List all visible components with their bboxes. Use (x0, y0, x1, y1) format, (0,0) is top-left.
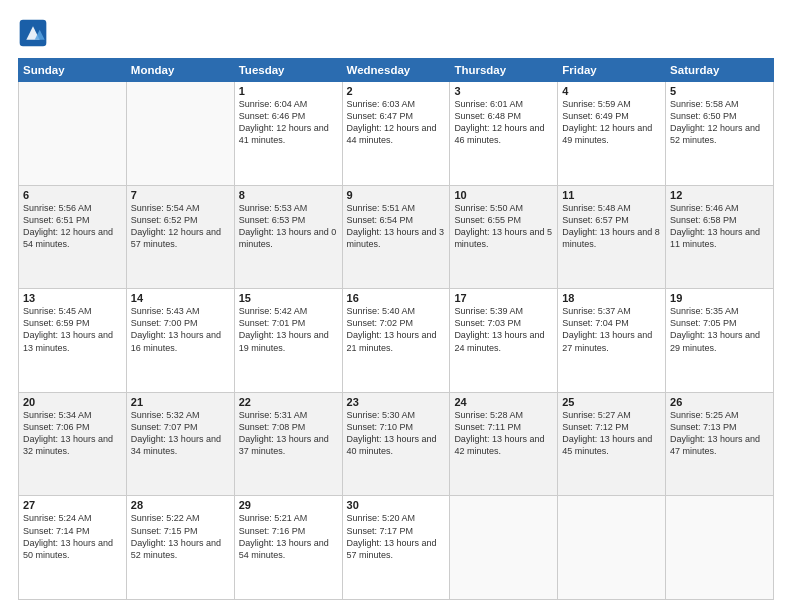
day-info: Sunrise: 5:51 AM Sunset: 6:54 PM Dayligh… (347, 202, 446, 251)
weekday-header-sunday: Sunday (19, 59, 127, 82)
calendar-cell: 25Sunrise: 5:27 AM Sunset: 7:12 PM Dayli… (558, 392, 666, 496)
day-number: 28 (131, 499, 230, 511)
logo-icon (18, 18, 48, 48)
day-info: Sunrise: 5:37 AM Sunset: 7:04 PM Dayligh… (562, 305, 661, 354)
calendar-cell (126, 82, 234, 186)
calendar-cell: 17Sunrise: 5:39 AM Sunset: 7:03 PM Dayli… (450, 289, 558, 393)
day-number: 3 (454, 85, 553, 97)
weekday-header-wednesday: Wednesday (342, 59, 450, 82)
day-info: Sunrise: 5:53 AM Sunset: 6:53 PM Dayligh… (239, 202, 338, 251)
weekday-header-thursday: Thursday (450, 59, 558, 82)
day-info: Sunrise: 5:46 AM Sunset: 6:58 PM Dayligh… (670, 202, 769, 251)
calendar-cell: 9Sunrise: 5:51 AM Sunset: 6:54 PM Daylig… (342, 185, 450, 289)
day-info: Sunrise: 6:04 AM Sunset: 6:46 PM Dayligh… (239, 98, 338, 147)
weekday-header-row: SundayMondayTuesdayWednesdayThursdayFrid… (19, 59, 774, 82)
day-number: 23 (347, 396, 446, 408)
day-info: Sunrise: 5:43 AM Sunset: 7:00 PM Dayligh… (131, 305, 230, 354)
calendar-cell: 19Sunrise: 5:35 AM Sunset: 7:05 PM Dayli… (666, 289, 774, 393)
day-number: 1 (239, 85, 338, 97)
day-info: Sunrise: 5:59 AM Sunset: 6:49 PM Dayligh… (562, 98, 661, 147)
day-info: Sunrise: 5:31 AM Sunset: 7:08 PM Dayligh… (239, 409, 338, 458)
day-number: 26 (670, 396, 769, 408)
page: SundayMondayTuesdayWednesdayThursdayFrid… (0, 0, 792, 612)
day-info: Sunrise: 6:03 AM Sunset: 6:47 PM Dayligh… (347, 98, 446, 147)
calendar-cell: 21Sunrise: 5:32 AM Sunset: 7:07 PM Dayli… (126, 392, 234, 496)
day-info: Sunrise: 5:48 AM Sunset: 6:57 PM Dayligh… (562, 202, 661, 251)
day-info: Sunrise: 5:50 AM Sunset: 6:55 PM Dayligh… (454, 202, 553, 251)
day-number: 5 (670, 85, 769, 97)
week-row-3: 13Sunrise: 5:45 AM Sunset: 6:59 PM Dayli… (19, 289, 774, 393)
day-number: 25 (562, 396, 661, 408)
calendar-cell: 23Sunrise: 5:30 AM Sunset: 7:10 PM Dayli… (342, 392, 450, 496)
weekday-header-friday: Friday (558, 59, 666, 82)
week-row-4: 20Sunrise: 5:34 AM Sunset: 7:06 PM Dayli… (19, 392, 774, 496)
day-info: Sunrise: 5:30 AM Sunset: 7:10 PM Dayligh… (347, 409, 446, 458)
day-info: Sunrise: 5:20 AM Sunset: 7:17 PM Dayligh… (347, 512, 446, 561)
calendar-cell: 4Sunrise: 5:59 AM Sunset: 6:49 PM Daylig… (558, 82, 666, 186)
day-number: 10 (454, 189, 553, 201)
calendar-cell: 3Sunrise: 6:01 AM Sunset: 6:48 PM Daylig… (450, 82, 558, 186)
calendar-cell: 27Sunrise: 5:24 AM Sunset: 7:14 PM Dayli… (19, 496, 127, 600)
calendar-table: SundayMondayTuesdayWednesdayThursdayFrid… (18, 58, 774, 600)
day-number: 20 (23, 396, 122, 408)
day-info: Sunrise: 5:39 AM Sunset: 7:03 PM Dayligh… (454, 305, 553, 354)
calendar-cell: 30Sunrise: 5:20 AM Sunset: 7:17 PM Dayli… (342, 496, 450, 600)
weekday-header-tuesday: Tuesday (234, 59, 342, 82)
day-number: 29 (239, 499, 338, 511)
day-number: 21 (131, 396, 230, 408)
calendar-cell (666, 496, 774, 600)
calendar-cell: 11Sunrise: 5:48 AM Sunset: 6:57 PM Dayli… (558, 185, 666, 289)
calendar-cell (558, 496, 666, 600)
calendar-cell: 12Sunrise: 5:46 AM Sunset: 6:58 PM Dayli… (666, 185, 774, 289)
day-info: Sunrise: 6:01 AM Sunset: 6:48 PM Dayligh… (454, 98, 553, 147)
day-info: Sunrise: 5:28 AM Sunset: 7:11 PM Dayligh… (454, 409, 553, 458)
day-number: 17 (454, 292, 553, 304)
day-number: 2 (347, 85, 446, 97)
day-info: Sunrise: 5:27 AM Sunset: 7:12 PM Dayligh… (562, 409, 661, 458)
calendar-cell: 20Sunrise: 5:34 AM Sunset: 7:06 PM Dayli… (19, 392, 127, 496)
day-number: 9 (347, 189, 446, 201)
calendar-cell: 26Sunrise: 5:25 AM Sunset: 7:13 PM Dayli… (666, 392, 774, 496)
day-number: 7 (131, 189, 230, 201)
calendar-cell: 28Sunrise: 5:22 AM Sunset: 7:15 PM Dayli… (126, 496, 234, 600)
calendar-cell: 22Sunrise: 5:31 AM Sunset: 7:08 PM Dayli… (234, 392, 342, 496)
calendar-cell: 14Sunrise: 5:43 AM Sunset: 7:00 PM Dayli… (126, 289, 234, 393)
day-info: Sunrise: 5:56 AM Sunset: 6:51 PM Dayligh… (23, 202, 122, 251)
day-info: Sunrise: 5:42 AM Sunset: 7:01 PM Dayligh… (239, 305, 338, 354)
day-number: 12 (670, 189, 769, 201)
calendar-cell: 10Sunrise: 5:50 AM Sunset: 6:55 PM Dayli… (450, 185, 558, 289)
day-number: 15 (239, 292, 338, 304)
calendar-cell: 16Sunrise: 5:40 AM Sunset: 7:02 PM Dayli… (342, 289, 450, 393)
calendar-cell (19, 82, 127, 186)
calendar-cell: 24Sunrise: 5:28 AM Sunset: 7:11 PM Dayli… (450, 392, 558, 496)
week-row-1: 1Sunrise: 6:04 AM Sunset: 6:46 PM Daylig… (19, 82, 774, 186)
logo (18, 18, 52, 48)
day-number: 22 (239, 396, 338, 408)
calendar-cell (450, 496, 558, 600)
calendar-cell: 18Sunrise: 5:37 AM Sunset: 7:04 PM Dayli… (558, 289, 666, 393)
day-info: Sunrise: 5:25 AM Sunset: 7:13 PM Dayligh… (670, 409, 769, 458)
calendar-cell: 13Sunrise: 5:45 AM Sunset: 6:59 PM Dayli… (19, 289, 127, 393)
day-info: Sunrise: 5:21 AM Sunset: 7:16 PM Dayligh… (239, 512, 338, 561)
day-number: 30 (347, 499, 446, 511)
day-info: Sunrise: 5:58 AM Sunset: 6:50 PM Dayligh… (670, 98, 769, 147)
day-info: Sunrise: 5:22 AM Sunset: 7:15 PM Dayligh… (131, 512, 230, 561)
calendar-cell: 7Sunrise: 5:54 AM Sunset: 6:52 PM Daylig… (126, 185, 234, 289)
calendar-cell: 2Sunrise: 6:03 AM Sunset: 6:47 PM Daylig… (342, 82, 450, 186)
calendar-cell: 6Sunrise: 5:56 AM Sunset: 6:51 PM Daylig… (19, 185, 127, 289)
weekday-header-monday: Monday (126, 59, 234, 82)
day-number: 19 (670, 292, 769, 304)
day-number: 11 (562, 189, 661, 201)
day-info: Sunrise: 5:24 AM Sunset: 7:14 PM Dayligh… (23, 512, 122, 561)
day-number: 8 (239, 189, 338, 201)
day-info: Sunrise: 5:32 AM Sunset: 7:07 PM Dayligh… (131, 409, 230, 458)
header (18, 18, 774, 48)
week-row-2: 6Sunrise: 5:56 AM Sunset: 6:51 PM Daylig… (19, 185, 774, 289)
calendar-cell: 5Sunrise: 5:58 AM Sunset: 6:50 PM Daylig… (666, 82, 774, 186)
day-number: 24 (454, 396, 553, 408)
weekday-header-saturday: Saturday (666, 59, 774, 82)
day-number: 4 (562, 85, 661, 97)
calendar-cell: 1Sunrise: 6:04 AM Sunset: 6:46 PM Daylig… (234, 82, 342, 186)
day-number: 14 (131, 292, 230, 304)
day-info: Sunrise: 5:45 AM Sunset: 6:59 PM Dayligh… (23, 305, 122, 354)
